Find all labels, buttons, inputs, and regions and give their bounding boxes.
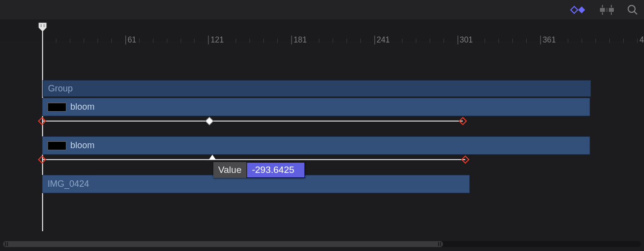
- svg-marker-1: [578, 6, 585, 13]
- track-group[interactable]: Group: [43, 80, 591, 97]
- track-group-label: Group: [48, 84, 73, 94]
- svg-marker-0: [571, 6, 578, 13]
- clip-thumbnail: [48, 141, 66, 150]
- svg-rect-2: [600, 8, 605, 12]
- value-popup-label: Value: [213, 162, 247, 178]
- timeline-body: Group bloom bloom IMG_0424 Value -293.64…: [0, 41, 644, 229]
- keyframe-marker[interactable]: [458, 117, 467, 126]
- time-ruler[interactable]: 611211812413013614: [0, 20, 644, 41]
- keyframe-selected-caret[interactable]: [209, 155, 216, 160]
- clip-label: bloom: [70, 102, 95, 112]
- track-row[interactable]: bloom: [42, 98, 590, 116]
- scrollbar-thumb[interactable]: [3, 241, 443, 247]
- keyframe-marker[interactable]: [461, 156, 470, 164]
- keyframe-marker[interactable]: [38, 117, 47, 126]
- timeline-toolbar: [0, 0, 644, 19]
- value-editor: Value -293.6425: [213, 162, 305, 178]
- clip-label: IMG_0424: [48, 179, 89, 189]
- clip-label: bloom: [70, 140, 95, 151]
- keyframe-marker[interactable]: [205, 117, 214, 126]
- playback-options-icon[interactable]: [599, 5, 614, 15]
- keyframe-lane[interactable]: [42, 121, 463, 122]
- svg-rect-3: [609, 8, 614, 12]
- keyframe-nav-icon[interactable]: [570, 5, 587, 14]
- svg-point-9: [628, 5, 635, 12]
- svg-line-10: [634, 11, 637, 14]
- track-row[interactable]: bloom: [42, 136, 590, 155]
- keyframe-marker[interactable]: [38, 156, 47, 164]
- horizontal-scrollbar[interactable]: [3, 241, 641, 247]
- clip-thumbnail: [48, 103, 66, 112]
- keyframe-lane[interactable]: [42, 159, 465, 160]
- value-input[interactable]: -293.6425: [247, 162, 305, 178]
- svg-rect-4: [606, 8, 608, 12]
- search-icon[interactable]: [627, 4, 638, 15]
